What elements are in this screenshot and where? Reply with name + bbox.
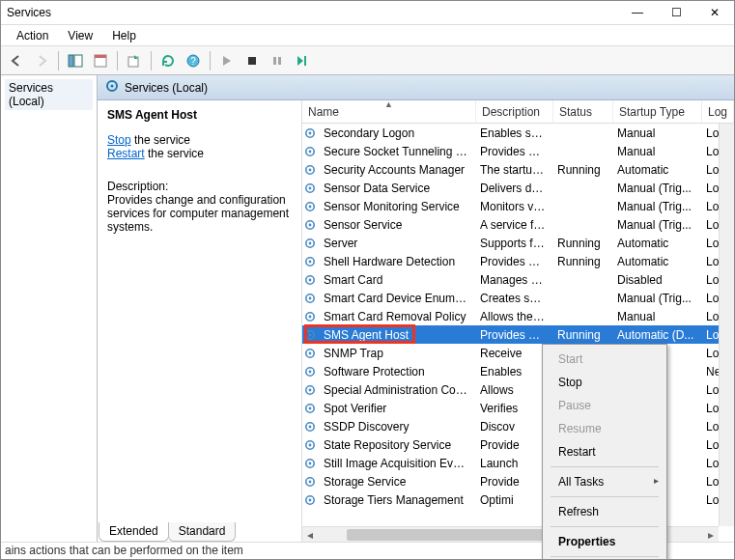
table-row[interactable]: Software ProtectionEnablesatic (D...Net xyxy=(302,362,734,380)
tree-root-services-local[interactable]: Services (Local) xyxy=(5,79,93,110)
cell-description: Manages ac... xyxy=(474,273,551,287)
svg-point-48 xyxy=(309,443,312,446)
refresh-button[interactable] xyxy=(156,49,180,72)
cell-name: Spot Verifier xyxy=(318,402,474,415)
minimize-button[interactable]: — xyxy=(618,1,657,25)
cell-description: Provides su... xyxy=(474,145,551,158)
table-row[interactable]: Smart CardManages ac...DisabledLoc xyxy=(302,270,734,289)
cell-name: SSDP Discovery xyxy=(318,420,474,434)
gear-icon xyxy=(302,126,318,140)
view-tabs: Extended Standard xyxy=(99,522,235,542)
col-startup[interactable]: Startup Type xyxy=(613,100,702,123)
tab-extended[interactable]: Extended xyxy=(99,522,169,542)
menu-action[interactable]: Action xyxy=(7,27,58,44)
cell-description: Verifies xyxy=(474,402,551,415)
gear-icon xyxy=(302,145,318,158)
gear-icon xyxy=(302,182,318,195)
menu-help[interactable]: Help xyxy=(102,27,146,44)
restart-link[interactable]: Restart xyxy=(107,147,145,160)
svg-point-12 xyxy=(111,85,114,88)
cell-name: SMS Agent Host xyxy=(318,328,474,342)
cm-properties[interactable]: Properties xyxy=(545,530,664,553)
stop-service-button[interactable] xyxy=(240,49,264,72)
svg-point-30 xyxy=(309,278,312,281)
stop-link[interactable]: Stop xyxy=(107,133,131,147)
table-row[interactable]: Spot VerifierVerifiesal (Trig...Loc xyxy=(302,399,734,417)
table-row[interactable]: Secure Socket Tunneling Pr...Provides su… xyxy=(302,142,734,160)
scroll-right-icon[interactable]: ▸ xyxy=(703,527,719,543)
export-button[interactable] xyxy=(123,49,146,72)
table-row[interactable]: Security Accounts ManagerThe startup ...… xyxy=(302,160,734,179)
cell-name: Sensor Monitoring Service xyxy=(318,200,474,213)
cell-startup: Manual (Trig... xyxy=(611,182,700,195)
help-toolbar-button[interactable]: ? xyxy=(182,49,205,72)
cell-name: Shell Hardware Detection xyxy=(318,255,474,268)
gear-icon xyxy=(302,493,318,507)
cm-restart[interactable]: Restart xyxy=(545,440,664,463)
col-description[interactable]: Description xyxy=(476,100,553,123)
close-button[interactable]: ✕ xyxy=(695,1,734,25)
col-status[interactable]: Status xyxy=(553,100,613,123)
table-row[interactable]: State Repository ServiceProvidealLoc xyxy=(302,435,734,454)
cell-description: Creates soft... xyxy=(474,292,551,305)
table-row[interactable]: Sensor Data ServiceDelivers dat...Manual… xyxy=(302,179,734,197)
cell-name: Secondary Logon xyxy=(318,126,474,140)
table-row[interactable]: Secondary LogonEnables star...ManualLoc xyxy=(302,124,734,142)
cell-description: Receive xyxy=(474,347,551,360)
cell-status: Running xyxy=(551,255,611,268)
detail-service-name: SMS Agent Host xyxy=(107,108,292,122)
table-row[interactable]: Storage Tiers ManagementOptimialLoc xyxy=(302,490,734,509)
window-controls: — ☐ ✕ xyxy=(618,1,734,25)
restart-service-button[interactable] xyxy=(291,49,314,72)
cell-name: Still Image Acquisition Events xyxy=(318,457,474,470)
window-title: Services xyxy=(7,6,51,19)
svg-rect-10 xyxy=(304,56,306,66)
gear-icon xyxy=(302,438,318,452)
col-name[interactable]: Name ▲ xyxy=(302,100,476,123)
detail-restart-line: Restart the service xyxy=(107,147,292,160)
cell-description: Allows the s... xyxy=(474,310,551,323)
scroll-left-icon[interactable]: ◂ xyxy=(302,527,318,543)
service-list: Name ▲ Description Status Startup Type L… xyxy=(302,100,734,542)
cell-name: Smart Card Device Enumera... xyxy=(318,292,474,305)
properties-toolbar-button[interactable] xyxy=(89,49,112,72)
svg-text:?: ? xyxy=(190,56,196,67)
vertical-scrollbar[interactable] xyxy=(719,124,734,526)
back-button[interactable] xyxy=(5,49,28,72)
table-row[interactable]: Smart Card Device Enumera...Creates soft… xyxy=(302,289,734,307)
cm-all-tasks[interactable]: All Tasks xyxy=(545,470,664,493)
table-row[interactable]: Sensor ServiceA service fo...Manual (Tri… xyxy=(302,215,734,234)
svg-point-54 xyxy=(309,498,312,501)
cell-startup: Automatic xyxy=(611,163,700,177)
table-row[interactable]: SNMP TrapReceivealLoc xyxy=(302,344,734,362)
svg-point-18 xyxy=(309,168,312,171)
table-row[interactable]: Special Administration Con...AllowsalLoc xyxy=(302,380,734,399)
gear-icon xyxy=(302,237,318,250)
col-logon[interactable]: Log xyxy=(702,100,734,123)
gear-icon xyxy=(302,328,318,342)
table-row[interactable]: Storage ServiceProvideal (Trig...Loc xyxy=(302,472,734,490)
maximize-button[interactable]: ☐ xyxy=(657,1,695,25)
svg-point-46 xyxy=(309,425,312,428)
show-hide-tree-button[interactable] xyxy=(64,49,87,72)
table-row[interactable]: SSDP DiscoveryDiscovedLoc xyxy=(302,417,734,435)
cell-status: Running xyxy=(551,163,611,177)
table-row[interactable]: Sensor Monitoring ServiceMonitors va...M… xyxy=(302,197,734,215)
forward-button[interactable] xyxy=(30,49,53,72)
table-row[interactable]: ServerSupports fil...RunningAutomaticLoc xyxy=(302,234,734,252)
table-row[interactable]: Still Image Acquisition EventsLaunchalLo… xyxy=(302,454,734,472)
tab-standard[interactable]: Standard xyxy=(168,522,237,542)
cm-stop[interactable]: Stop xyxy=(545,371,664,394)
start-service-button[interactable] xyxy=(215,49,239,72)
table-row[interactable]: Shell Hardware DetectionProvides no...Ru… xyxy=(302,252,734,270)
pause-service-button[interactable] xyxy=(266,49,289,72)
table-row[interactable]: Smart Card Removal PolicyAllows the s...… xyxy=(302,307,734,325)
cell-description: Delivers dat... xyxy=(474,182,551,195)
cell-description: Launch xyxy=(474,457,551,470)
menu-view[interactable]: View xyxy=(58,27,102,44)
cm-refresh[interactable]: Refresh xyxy=(545,500,664,523)
toolbar: ? xyxy=(1,46,734,75)
table-row[interactable]: SMS Agent HostProvides ch...RunningAutom… xyxy=(302,325,734,344)
svg-point-52 xyxy=(309,480,312,483)
svg-point-16 xyxy=(309,150,312,153)
